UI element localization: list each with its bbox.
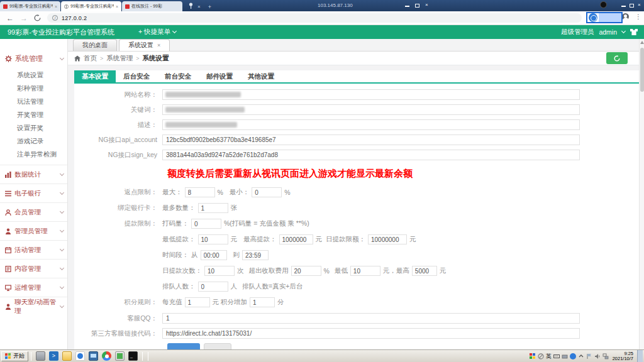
keyboard-icon[interactable] bbox=[553, 353, 560, 359]
show-hidden-icons-arrow[interactable] bbox=[578, 353, 584, 359]
max-withdraw-input[interactable] bbox=[279, 234, 313, 244]
rebate-max-input[interactable] bbox=[185, 187, 215, 197]
extension-popup[interactable] bbox=[586, 12, 623, 23]
queue-input[interactable] bbox=[198, 282, 228, 292]
breadcrumb-section[interactable]: 系统管理 bbox=[106, 54, 133, 63]
theme-icon[interactable] bbox=[630, 29, 638, 35]
profile-avatar-icon[interactable] bbox=[622, 13, 629, 20]
computer-icon[interactable] bbox=[89, 351, 98, 361]
site-name-input[interactable] bbox=[162, 89, 580, 100]
daily-times-input[interactable] bbox=[204, 266, 235, 276]
url-text[interactable]: 127.0.0.2 bbox=[62, 15, 87, 21]
sidebar-item-member-management[interactable]: 会员管理 bbox=[0, 202, 67, 221]
fee-max-input[interactable] bbox=[412, 266, 437, 276]
sidebar-item-system-settings[interactable]: 系统设置 bbox=[0, 69, 67, 82]
refresh-button[interactable] bbox=[606, 52, 628, 64]
browser-tray-icon[interactable] bbox=[570, 353, 576, 359]
folder-explorer-icon[interactable] bbox=[62, 351, 72, 361]
extension-field[interactable] bbox=[599, 13, 621, 22]
back-icon[interactable]: ← bbox=[6, 14, 14, 23]
tab-close-icon[interactable]: × bbox=[157, 40, 160, 51]
tab-backend-security[interactable]: 后台安全 bbox=[116, 70, 157, 82]
sidebar-item-play-management[interactable]: 玩法管理 bbox=[0, 95, 67, 108]
new-tab-button[interactable]: + bbox=[208, 4, 211, 10]
show-desktop-button[interactable] bbox=[637, 350, 643, 362]
sidebar-item-activity-management[interactable]: 活动管理 bbox=[0, 240, 67, 259]
scroll-up-arrow-icon[interactable] bbox=[640, 41, 644, 44]
taskbar-clock[interactable]: 9:25 2021/10/7 bbox=[613, 351, 633, 361]
tab-close-icon[interactable]: × bbox=[116, 4, 118, 9]
sidebar-item-content-management[interactable]: 内容管理 bbox=[0, 259, 67, 278]
keywords-input[interactable] bbox=[162, 104, 580, 115]
browser-menu-icon[interactable]: ⋮ bbox=[635, 13, 641, 20]
service-qq-input[interactable] bbox=[162, 313, 580, 324]
chrome-icon[interactable] bbox=[102, 351, 111, 361]
points-add-input[interactable] bbox=[250, 297, 275, 307]
sidebar-item-lottery-management[interactable]: 彩种管理 bbox=[0, 82, 67, 95]
network-icon[interactable] bbox=[602, 353, 609, 359]
browser-tab-1[interactable]: 99彩票-专业投注购彩平台 × bbox=[0, 1, 60, 11]
chat-link-input[interactable] bbox=[162, 328, 580, 339]
reload-icon[interactable] bbox=[34, 14, 41, 21]
page-scrollbar[interactable] bbox=[639, 39, 644, 349]
ng-sign-key-input[interactable] bbox=[162, 150, 580, 160]
time-to-input[interactable] bbox=[242, 250, 269, 260]
min-withdraw-input[interactable] bbox=[198, 234, 228, 244]
overlay-record-icon[interactable] bbox=[600, 1, 607, 8]
fee-min-input[interactable] bbox=[350, 266, 380, 276]
browser-tab-3[interactable]: 在线投注 - 99彩 bbox=[122, 1, 182, 11]
bankcard-qty-input[interactable] bbox=[198, 203, 228, 213]
minimize-button[interactable] bbox=[405, 6, 409, 7]
username-dropdown[interactable]: admin bbox=[599, 28, 617, 36]
tab-close-icon[interactable]: × bbox=[197, 4, 201, 9]
page-info-icon[interactable]: i bbox=[52, 15, 58, 21]
over-fee-input[interactable] bbox=[291, 266, 321, 276]
language-bar-icon[interactable] bbox=[530, 353, 536, 359]
pin-icon[interactable] bbox=[188, 3, 194, 9]
server-manager-icon[interactable] bbox=[36, 351, 45, 361]
breadcrumb-home[interactable]: 首页 bbox=[84, 54, 97, 63]
close-button[interactable]: × bbox=[425, 2, 428, 8]
quick-menu-button[interactable]: + 快捷菜单 bbox=[138, 28, 176, 36]
forward-icon[interactable]: → bbox=[20, 14, 28, 23]
description-input[interactable] bbox=[162, 119, 580, 130]
powershell-icon[interactable]: > bbox=[49, 351, 58, 361]
outer-restore-button[interactable] bbox=[630, 4, 634, 8]
sidebar-item-bet-anomaly-check[interactable]: 注单异常检测 bbox=[0, 148, 67, 161]
sidebar-item-chatroom-animation[interactable]: 聊天室/动画管理 bbox=[0, 297, 67, 315]
sidebar-item-set-draw[interactable]: 设置开奖 bbox=[0, 121, 67, 134]
scrollbar-thumb[interactable] bbox=[640, 48, 644, 92]
browser-tab-2-active[interactable]: 99彩票-专业投注购彩平台管理系 × bbox=[61, 1, 121, 11]
time-from-input[interactable] bbox=[201, 250, 227, 260]
rebate-min-input[interactable] bbox=[252, 187, 282, 197]
restore-button[interactable] bbox=[415, 4, 419, 8]
tab-other-settings[interactable]: 其他设置 bbox=[240, 70, 282, 82]
sidebar-item-ebank[interactable]: 电子银行 bbox=[0, 184, 67, 202]
outer-close-button[interactable]: × bbox=[638, 2, 641, 8]
blue-app-icon[interactable] bbox=[75, 351, 85, 361]
sidebar-item-ops-management[interactable]: 运维管理 bbox=[0, 278, 67, 297]
outer-minimize-button[interactable] bbox=[621, 6, 626, 7]
turnover-input[interactable] bbox=[191, 219, 221, 229]
sidebar-item-draw-management[interactable]: 开奖管理 bbox=[0, 108, 67, 121]
daily-limit-input[interactable] bbox=[368, 234, 407, 244]
tab-close-icon[interactable]: × bbox=[55, 4, 57, 9]
tab-my-desktop[interactable]: 我的桌面 bbox=[73, 39, 117, 51]
tab-basic-settings[interactable]: 基本设置 bbox=[74, 70, 116, 82]
start-button[interactable]: 开始 bbox=[1, 351, 28, 361]
address-bar[interactable]: i 127.0.0.2 bbox=[47, 13, 582, 23]
tools-icon[interactable] bbox=[562, 353, 568, 359]
sidebar-item-data-statistics[interactable]: 数据统计 bbox=[0, 165, 67, 184]
tab-system-settings[interactable]: 系统设置 × bbox=[119, 39, 170, 51]
speaker-icon[interactable] bbox=[594, 353, 601, 359]
sidebar-item-game-records[interactable]: 游戏记录 bbox=[0, 134, 67, 148]
ime-language-indicator[interactable]: 英 bbox=[546, 353, 552, 361]
flag-icon[interactable] bbox=[586, 353, 592, 359]
ng-api-account-input[interactable] bbox=[162, 134, 580, 145]
tab-mail-settings[interactable]: 邮件设置 bbox=[199, 70, 240, 82]
editor-icon[interactable] bbox=[115, 351, 125, 361]
cmd-icon[interactable]: _ bbox=[128, 351, 138, 361]
sidebar-item-system-management[interactable]: 系统管理 bbox=[0, 39, 67, 69]
blocked-icon[interactable] bbox=[538, 353, 544, 359]
points-per-input[interactable] bbox=[185, 297, 210, 307]
